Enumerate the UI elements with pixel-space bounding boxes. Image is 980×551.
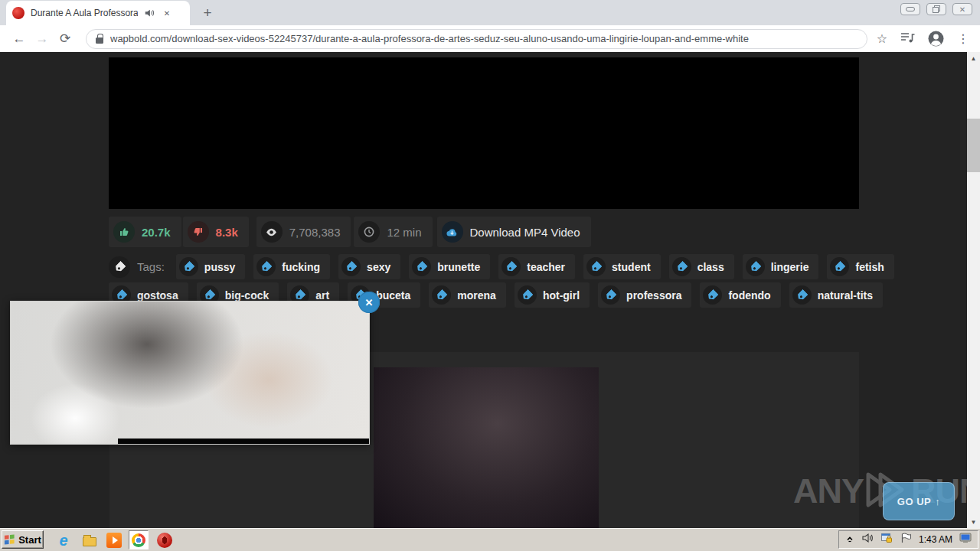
cloud-download-icon — [442, 221, 463, 243]
tag-student[interactable]: student — [583, 254, 661, 279]
tray-clock: 1:43 AM — [919, 534, 952, 545]
tag-hot-girl[interactable]: hot-girl — [514, 282, 590, 308]
close-button[interactable]: ✕ — [952, 3, 972, 15]
eye-icon — [261, 221, 283, 243]
web-page: 20.7k 8.3k 7,708,383 12 min — [0, 52, 967, 528]
flag-icon[interactable] — [900, 532, 912, 547]
go-up-button[interactable]: GO UP ↑ — [883, 482, 955, 520]
tab-close-icon[interactable]: ✕ — [161, 7, 173, 19]
watermark-any: ANY — [793, 471, 864, 511]
tag-icon — [179, 257, 198, 276]
view-count: 7,708,383 — [289, 226, 341, 239]
up-arrow-icon: ↑ — [935, 496, 940, 507]
tag-fodendo[interactable]: fodendo — [700, 282, 780, 308]
thumbs-up-icon — [113, 221, 135, 243]
tag-lingerie[interactable]: lingerie — [743, 254, 819, 279]
tab-title: Durante A Aula Professora De A — [31, 8, 138, 18]
url-text: wapbold.com/download-sex-videos-52245737… — [110, 33, 749, 44]
tag-icon — [792, 285, 812, 305]
chrome-taskbar-button[interactable] — [129, 530, 149, 549]
page-scrollbar[interactable]: ▲ ▼ — [967, 52, 980, 528]
volume-icon[interactable] — [861, 532, 874, 547]
tag-natural-tits[interactable]: natural-tits — [789, 282, 883, 308]
tray-chevron-icon[interactable] — [845, 533, 854, 546]
tags-label: Tags: — [137, 260, 165, 273]
taskbar: Start e 1:43 AM — [0, 528, 980, 551]
tags-icon — [109, 256, 130, 278]
system-tray: 1:43 AM — [838, 530, 978, 549]
scroll-down-icon[interactable]: ▼ — [967, 516, 980, 528]
tag-brunette[interactable]: brunette — [409, 254, 490, 279]
tag-icon — [501, 257, 521, 276]
start-button[interactable]: Start — [2, 530, 44, 549]
https-lock-icon[interactable] — [96, 34, 103, 44]
back-icon[interactable]: ← — [8, 31, 31, 47]
tag-icon — [432, 285, 451, 305]
security-alert-icon[interactable] — [880, 532, 893, 547]
tag-fetish[interactable]: fetish — [827, 254, 893, 279]
internet-explorer-icon[interactable]: e — [55, 532, 72, 549]
browser-toolbar: ← → ⟳ wapbold.com/download-sex-videos-52… — [0, 25, 980, 52]
tag-icon — [601, 285, 620, 305]
address-bar[interactable]: wapbold.com/download-sex-videos-52245737… — [86, 29, 867, 49]
sandbox-screen: Durante A Aula Professora De A ✕ + ✕ ← →… — [0, 0, 980, 551]
red-browser-icon[interactable] — [156, 532, 173, 549]
folder-icon[interactable] — [81, 532, 98, 549]
toolbar-right-icons: ☆ ⋮ — [877, 31, 972, 47]
audio-playing-icon[interactable] — [144, 8, 155, 18]
tag-sexy[interactable]: sexy — [338, 254, 400, 279]
scroll-up-icon[interactable]: ▲ — [967, 52, 980, 64]
forward-icon[interactable]: → — [31, 31, 54, 47]
tag-pussy[interactable]: pussy — [176, 254, 245, 279]
profile-avatar-icon[interactable] — [928, 31, 944, 47]
video-stats-bar: 20.7k 8.3k 7,708,383 12 min — [109, 217, 591, 247]
window-controls: ✕ — [900, 3, 972, 15]
tag-class[interactable]: class — [669, 254, 734, 279]
site-favicon-icon — [12, 7, 24, 19]
browser-tab[interactable]: Durante A Aula Professora De A ✕ — [6, 1, 190, 25]
kebab-menu-icon[interactable]: ⋮ — [957, 31, 969, 46]
tag-professora[interactable]: professora — [598, 282, 691, 308]
scrollbar-thumb[interactable] — [967, 119, 980, 172]
tag-icon — [412, 257, 431, 276]
tags-row-1: Tags: pussy fucking sexy brunette teache… — [109, 254, 894, 279]
media-player-icon[interactable] — [106, 532, 122, 549]
tag-teacher[interactable]: teacher — [498, 254, 575, 279]
minimize-button[interactable] — [900, 3, 920, 15]
popup-close-icon[interactable]: ✕ — [358, 292, 380, 313]
clock-icon — [358, 221, 380, 243]
dislike-count: 8.3k — [216, 226, 238, 239]
refresh-icon[interactable]: ⟳ — [54, 31, 77, 47]
tag-morena[interactable]: morena — [429, 282, 506, 308]
tag-fucking[interactable]: fucking — [253, 254, 330, 279]
like-button[interactable]: 20.7k — [109, 217, 181, 247]
tag-icon — [518, 285, 537, 305]
like-count: 20.7k — [142, 226, 171, 239]
tag-icon — [586, 257, 606, 276]
new-tab-button[interactable]: + — [198, 4, 217, 22]
tag-icon — [256, 257, 276, 276]
floating-video-popup[interactable]: ✕ — [10, 301, 370, 445]
tags-label-wrap: Tags: — [109, 256, 165, 278]
thumbs-down-icon — [188, 221, 209, 243]
media-control-icon[interactable] — [900, 31, 915, 47]
tag-icon — [341, 257, 361, 276]
tag-icon — [672, 257, 691, 276]
download-mp4-button[interactable]: Download MP4 Video — [437, 217, 591, 247]
duration-text: 12 min — [387, 226, 421, 239]
related-video-thumbnail[interactable] — [374, 367, 599, 528]
views-badge: 7,708,383 — [256, 217, 351, 247]
tag-icon — [703, 285, 722, 305]
tab-strip: Durante A Aula Professora De A ✕ + ✕ — [0, 0, 980, 25]
bookmark-star-icon[interactable]: ☆ — [877, 31, 887, 46]
video-player[interactable] — [109, 57, 859, 209]
tag-icon — [746, 257, 765, 276]
restore-button[interactable] — [926, 3, 946, 15]
duration-badge: 12 min — [354, 217, 432, 247]
download-label: Download MP4 Video — [470, 226, 580, 239]
tag-icon — [830, 257, 849, 276]
dislike-button[interactable]: 8.3k — [183, 217, 249, 247]
windows-logo-icon — [4, 534, 15, 546]
display-icon[interactable] — [959, 533, 972, 546]
